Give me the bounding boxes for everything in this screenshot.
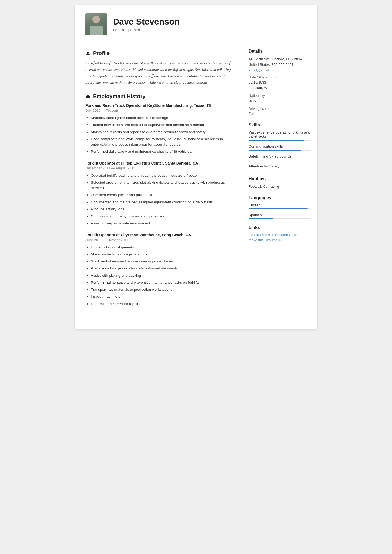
dob-label: Date / Place of birth [249, 75, 311, 79]
list-item: Perform maintenance and preventive maint… [91, 280, 232, 285]
lang-name-1: English [249, 203, 311, 207]
job-bullets-3: Unload inbound shipments Move products t… [85, 245, 232, 307]
skill-item-1: Vast experience operating forklifts and … [249, 130, 311, 141]
job-block-2: Forklift Operator at Hilltop Logistics C… [85, 161, 232, 226]
left-column: Profile Certified Forklift Reach Truck O… [75, 42, 242, 321]
list-item: Assist with picking and packing [91, 273, 232, 278]
details-section: Details 143 Main Ave, Orlando, FL, 32804… [249, 49, 311, 117]
header-info: Dave Stevenson Forklift Operator [113, 17, 307, 32]
list-item: Assist in keeping a safe environment [91, 221, 232, 226]
lang-name-2: Spanish [249, 213, 311, 217]
candidate-name: Dave Stevenson [113, 17, 307, 27]
list-item: Determine the need for repairs [91, 301, 232, 307]
lang-bar-bg-1 [249, 208, 311, 209]
avatar-image [85, 13, 107, 35]
list-item: Maintained records and reports to guaran… [91, 129, 232, 135]
hobbies-section: Hobbies Football, Car racing [249, 176, 311, 190]
list-item: Comply with company policies and guideli… [91, 214, 232, 219]
job-bullets-2: Operated forklift loading and unloading … [85, 173, 232, 226]
driving-label: Driving license [249, 107, 311, 111]
links-title: Links [249, 225, 311, 230]
avatar [85, 13, 107, 35]
skill-bar-bg-3 [249, 160, 311, 160]
list-item: Trained new hired at the request of supe… [91, 122, 232, 128]
list-item: Selected orders from itemized slot picki… [91, 180, 232, 191]
profile-text: Certified Forklift Reach Truck Operator … [85, 60, 232, 86]
skill-bar-fill-1 [249, 140, 304, 141]
skill-bar-bg-4 [249, 170, 311, 170]
list-item: Documented and maintained assigned equip… [91, 200, 232, 205]
skill-item-4: Attention for Safety [249, 164, 311, 170]
skill-bar-fill-2 [249, 150, 301, 151]
skill-name-1: Vast experience operating forklifts and … [249, 130, 311, 138]
lang-bar-fill-2 [249, 218, 273, 219]
employment-section-title: Employment History [93, 93, 145, 100]
skills-title: Skills [249, 123, 311, 128]
list-item: Used computers and WMS computer systems,… [91, 136, 232, 148]
main-content: Profile Certified Forklift Reach Truck O… [75, 42, 317, 321]
profile-section-header: Profile [85, 50, 232, 56]
nationality-label: Nationality [249, 94, 311, 98]
details-address: 143 Main Ave, Orlando, FL, 32804, United… [249, 56, 311, 68]
link-item-1[interactable]: Forklift Operator Resume Guide [249, 233, 311, 237]
details-title: Details [249, 49, 311, 54]
list-item: Transport raw materials to production wo… [91, 287, 232, 292]
job-title-2: Forklift Operator at Hilltop Logistics C… [85, 161, 232, 165]
lang-item-1: English [249, 203, 311, 209]
skill-bar-bg-2 [249, 150, 311, 151]
skill-bar-fill-3 [249, 160, 298, 160]
lang-item-2: Spanish [249, 213, 311, 219]
nationality-value: USA [249, 98, 311, 104]
header: Dave Stevenson Forklift Operator [75, 5, 317, 42]
languages-title: Languages [249, 196, 311, 200]
links-section: Links Forklift Operator Resume Guide Mak… [249, 225, 311, 242]
list-item: Performed daily safety and maintenance c… [91, 149, 232, 154]
job-dates-1: July 2019 — Present [85, 108, 232, 112]
list-item: Produce activity logs [91, 207, 232, 212]
job-title-1: Fork and Reach Truck Operator at KeySton… [85, 103, 232, 108]
employment-section-header: Employment History [85, 93, 232, 100]
list-item: Operated forklift loading and unloading … [91, 173, 232, 178]
list-item: Inspect machinery [91, 294, 232, 299]
skill-name-3: Safely lifting 5 - 75 pounds [249, 154, 311, 158]
skill-bar-fill-4 [249, 170, 303, 170]
skill-item-3: Safely lifting 5 - 75 pounds [249, 154, 311, 160]
hobbies-text: Football, Car racing [249, 184, 311, 190]
briefcase-icon [85, 94, 90, 99]
job-dates-2: December 2011 — August 2015 [85, 166, 232, 170]
job-dates-3: June 2011 — October 2011 [85, 238, 232, 242]
list-item: Stack and store merchandise in appropria… [91, 259, 232, 264]
job-block-3: Forklift Operator at CitySmart Warehouse… [85, 233, 232, 307]
place-of-birth-value: Flagstaff, AZ [249, 85, 311, 91]
right-column: Details 143 Main Ave, Orlando, FL, 32804… [242, 42, 317, 321]
details-email[interactable]: email@email.com [249, 68, 277, 72]
candidate-title: Forklift Operator [113, 28, 307, 32]
list-item: Manually lifted lighter boxen from forkl… [91, 115, 232, 121]
list-item: Prepare and stage skids for daily outbou… [91, 266, 232, 271]
job-block-1: Fork and Reach Truck Operator at KeySton… [85, 103, 232, 155]
lang-bar-bg-2 [249, 218, 311, 219]
lang-bar-fill-1 [249, 208, 308, 209]
list-item: Operated cherry picker and pallet jack. [91, 192, 232, 198]
driving-value: Full [249, 111, 311, 117]
profile-icon [85, 51, 90, 56]
profile-section-title: Profile [93, 50, 110, 56]
skill-item-2: Communication skills [249, 144, 311, 151]
languages-section: Languages English Spanish [249, 196, 311, 219]
svg-rect-1 [86, 96, 90, 98]
dob-value: 05/10/1983 [249, 80, 311, 86]
job-bullets-1: Manually lifted lighter boxen from forkl… [85, 115, 232, 155]
link-item-2[interactable]: Make this Resume $2,95 [249, 238, 311, 242]
skill-bar-bg-1 [249, 140, 311, 141]
list-item: Move products to storage locations [91, 252, 232, 257]
hobbies-title: Hobbies [249, 176, 311, 181]
job-title-3: Forklift Operator at CitySmart Warehouse… [85, 233, 232, 237]
skill-name-4: Attention for Safety [249, 164, 311, 168]
svg-point-0 [87, 52, 89, 53]
list-item: Unload inbound shipments [91, 245, 232, 250]
skills-section: Skills Vast experience operating forklif… [249, 123, 311, 170]
resume-page: Dave Stevenson Forklift Operator Profile… [75, 5, 317, 329]
skill-name-2: Communication skills [249, 144, 311, 148]
